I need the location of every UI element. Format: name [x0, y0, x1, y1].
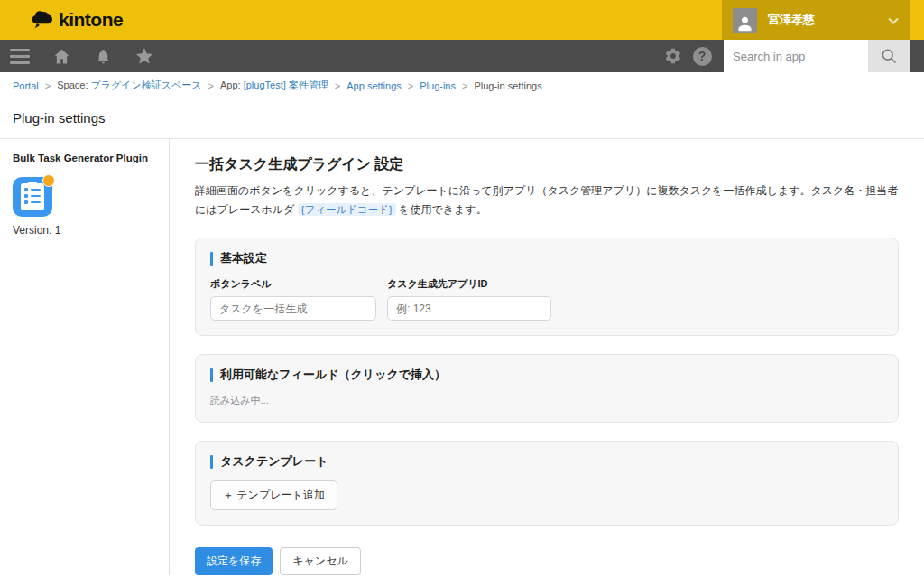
settings-description: 詳細画面のボタンをクリックすると、テンプレートに沿って別アプリ（タスク管理アプリ…: [195, 182, 899, 219]
user-menu[interactable]: 宮澤孝慈: [722, 0, 910, 40]
task-templates-title: タスクテンプレート: [210, 453, 883, 470]
search-input[interactable]: [724, 40, 868, 72]
breadcrumb-plug-ins[interactable]: Plug-ins: [420, 80, 456, 91]
breadcrumb-app: App: [plugTest] 案件管理: [220, 79, 328, 92]
menu-hamburger-icon[interactable]: [5, 40, 34, 72]
settings-heading: 一括タスク生成プラグイン 設定: [195, 155, 899, 174]
clipboard-icon: [21, 183, 44, 210]
cancel-button[interactable]: キャンセル: [280, 547, 360, 575]
breadcrumb-space-link[interactable]: プラグイン検証スペース: [91, 79, 202, 90]
save-settings-button[interactable]: 設定を保存: [195, 547, 273, 575]
breadcrumb-portal[interactable]: Portal: [13, 80, 39, 91]
toolbar-right: ?: [659, 40, 924, 72]
breadcrumb-separator: >: [208, 80, 214, 91]
breadcrumb-app-settings[interactable]: App settings: [346, 80, 402, 91]
page-title: Plug-in settings: [0, 97, 924, 138]
breadcrumb-app-link[interactable]: [plugTest] 案件管理: [244, 79, 328, 90]
help-icon[interactable]: ?: [688, 40, 716, 72]
breadcrumb-space: Space: プラグイン検証スペース: [57, 79, 201, 92]
task-templates-panel: タスクテンプレート ＋ テンプレート追加: [195, 441, 899, 526]
app-search: [724, 40, 910, 72]
accent-bar: [210, 455, 213, 469]
breadcrumb: Portal > Space: プラグイン検証スペース > App: [plug…: [0, 72, 924, 97]
breadcrumb-current: Plug-in settings: [474, 80, 541, 91]
button-label-field-group: ボタンラベル: [210, 277, 376, 321]
target-app-id-label: タスク生成先アプリID: [387, 277, 551, 291]
user-name: 宮澤孝慈: [768, 12, 877, 28]
brand-bar: kintone 宮澤孝慈: [0, 0, 924, 40]
target-app-id-field-group: タスク生成先アプリID: [387, 277, 551, 321]
notifications-bell-icon[interactable]: [88, 40, 117, 72]
form-actions: 設定を保存 キャンセル: [195, 547, 899, 575]
toolbar-left: [0, 40, 159, 72]
home-icon[interactable]: [47, 40, 76, 72]
button-label-label: ボタンラベル: [210, 277, 376, 291]
chevron-down-icon: [888, 12, 899, 28]
available-fields-title: 利用可能なフィールド（クリックで挿入）: [210, 367, 883, 383]
plugin-version: Version: 1: [13, 224, 160, 237]
breadcrumb-separator: >: [408, 80, 413, 91]
brand-name: kintone: [59, 9, 123, 31]
accent-bar: [210, 252, 213, 266]
accent-bar: [210, 368, 213, 382]
settings-gear-icon[interactable]: [659, 40, 688, 72]
plugin-icon: [13, 177, 52, 217]
kintone-cloud-icon: [31, 10, 54, 30]
user-avatar: [733, 8, 757, 33]
basic-settings-panel: 基本設定 ボタンラベル タスク生成先アプリID: [195, 238, 899, 336]
target-app-id-input[interactable]: [387, 296, 551, 321]
search-button[interactable]: [868, 40, 910, 72]
settings-main: 一括タスク生成プラグイン 設定 詳細画面のボタンをクリックすると、テンプレートに…: [170, 139, 924, 575]
field-code-badge: {フィールドコード}: [298, 203, 396, 216]
basic-settings-title: 基本設定: [210, 250, 883, 266]
breadcrumb-separator: >: [335, 80, 340, 91]
plugin-badge-icon: [42, 174, 55, 187]
plugin-sidebar: Bulk Task Generator Plugin Version: 1: [0, 139, 170, 575]
add-template-button[interactable]: ＋ テンプレート追加: [210, 480, 337, 510]
loading-status: 読み込み中...: [210, 394, 883, 407]
favorites-star-icon[interactable]: [130, 40, 159, 72]
content-area: Bulk Task Generator Plugin Version: 1 一括…: [0, 139, 924, 575]
global-toolbar: ?: [0, 40, 924, 72]
kintone-logo[interactable]: kintone: [31, 9, 123, 31]
available-fields-panel: 利用可能なフィールド（クリックで挿入） 読み込み中...: [195, 354, 899, 423]
breadcrumb-separator: >: [45, 80, 51, 91]
button-label-input[interactable]: [210, 296, 376, 321]
plugin-name: Bulk Task Generator Plugin: [13, 152, 160, 165]
breadcrumb-separator: >: [462, 80, 467, 91]
